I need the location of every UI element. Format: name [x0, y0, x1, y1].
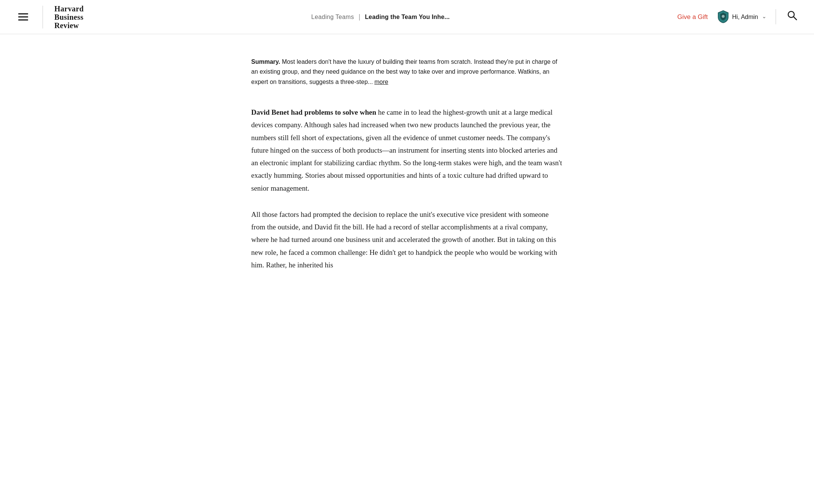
user-name-label: Hi, Admin [732, 12, 758, 22]
article-paragraph-1-rest: he came in to lead the highest-growth un… [251, 108, 562, 192]
hbr-logo[interactable]: Harvard Business Review [54, 5, 84, 30]
logo-line2: Business [54, 13, 84, 21]
summary-box: Summary. Most leaders don't have the lux… [251, 57, 563, 87]
svg-line-2 [794, 17, 797, 20]
breadcrumb-nav: Leading Teams | Leading the Team You Inh… [84, 11, 677, 22]
give-gift-link[interactable]: Give a Gift [677, 12, 708, 22]
search-button[interactable] [785, 8, 799, 25]
logo-line1: Harvard [54, 5, 84, 13]
header-right: Give a Gift Hi, Admin ⌄ [677, 8, 799, 25]
svg-point-0 [722, 15, 725, 18]
chevron-down-icon: ⌄ [762, 13, 766, 21]
breadcrumb-separator: | [358, 11, 360, 22]
breadcrumb-parent-link[interactable]: Leading Teams [311, 12, 354, 22]
logo-line3: Review [54, 21, 84, 30]
summary-text: Most leaders don't have the luxury of bu… [251, 58, 557, 85]
breadcrumb-current: Leading the Team You Inhe... [365, 12, 450, 22]
summary-more-link[interactable]: more [374, 79, 388, 85]
main-content: Summary. Most leaders don't have the lux… [236, 34, 578, 308]
header-right-divider [776, 9, 776, 24]
article-paragraph-2: All those factors had prompted the decis… [251, 208, 563, 271]
summary-label: Summary. [251, 58, 280, 65]
article-paragraph-1: David Benet had problems to solve when h… [251, 106, 563, 194]
site-header: Harvard Business Review Leading Teams | … [0, 0, 814, 34]
user-menu[interactable]: Hi, Admin ⌄ [717, 10, 766, 24]
header-divider [43, 6, 43, 28]
shield-icon [717, 10, 729, 24]
header-left: Harvard Business Review [15, 5, 84, 30]
svg-point-1 [788, 11, 794, 17]
search-icon [787, 10, 797, 21]
menu-icon[interactable] [15, 10, 31, 24]
article-lead-bold: David Benet had problems to solve when [251, 108, 376, 116]
article-body: David Benet had problems to solve when h… [251, 106, 563, 271]
